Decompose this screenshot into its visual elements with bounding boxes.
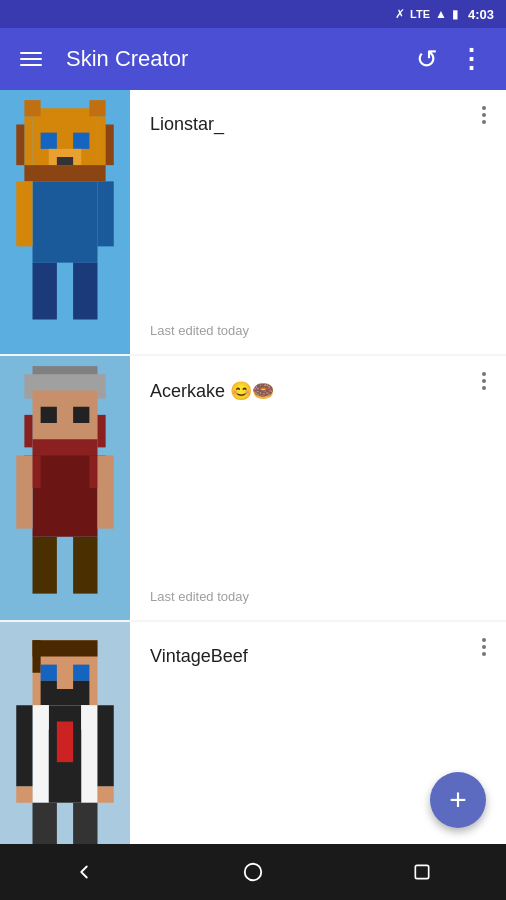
list-item[interactable]: VintageBeef Last edited today: [0, 622, 506, 844]
svg-rect-11: [24, 165, 105, 181]
svg-rect-47: [16, 787, 32, 803]
svg-rect-2: [98, 116, 106, 165]
svg-rect-14: [98, 181, 114, 246]
skin-name: Acerkake 😊🍩: [150, 380, 490, 402]
svg-rect-12: [33, 181, 98, 262]
svg-point-80: [245, 864, 262, 881]
menu-button[interactable]: [16, 48, 46, 70]
svg-rect-3: [41, 133, 57, 149]
skin-more-button[interactable]: [474, 634, 494, 660]
svg-rect-30: [33, 537, 57, 594]
skin-sprite: [0, 356, 130, 620]
skin-thumbnail: [0, 90, 130, 354]
svg-rect-29: [98, 456, 114, 529]
list-item[interactable]: Acerkake 😊🍩 Last edited today: [0, 356, 506, 620]
home-button[interactable]: [228, 852, 278, 892]
svg-rect-1: [24, 116, 32, 165]
svg-rect-81: [415, 865, 428, 878]
navigation-bar: [0, 844, 506, 900]
app-bar: Skin Creator ↺ ⋮: [0, 28, 506, 90]
svg-rect-10: [106, 125, 114, 166]
app-title: Skin Creator: [66, 46, 410, 72]
skin-name: Lionstar_: [150, 114, 490, 135]
signal-icon: ▲: [435, 7, 447, 21]
svg-rect-21: [98, 415, 106, 448]
svg-rect-49: [33, 803, 57, 844]
more-options-button[interactable]: ⋮: [452, 38, 490, 81]
svg-rect-44: [57, 722, 73, 763]
svg-rect-42: [41, 705, 49, 729]
skin-info: Lionstar_ Last edited today: [130, 90, 506, 354]
back-button[interactable]: [59, 852, 109, 892]
svg-rect-45: [16, 705, 32, 786]
lte-icon: LTE: [410, 8, 430, 20]
skin-thumbnail: [0, 622, 130, 844]
skin-edit-date: Last edited today: [150, 589, 490, 604]
svg-rect-24: [73, 407, 89, 423]
svg-rect-46: [98, 705, 114, 786]
svg-rect-16: [73, 263, 97, 320]
add-skin-fab[interactable]: +: [430, 772, 486, 828]
bluetooth-icon: ✗: [395, 7, 405, 21]
svg-rect-43: [81, 705, 89, 729]
skin-more-button[interactable]: [474, 102, 494, 128]
svg-rect-13: [16, 181, 32, 246]
svg-rect-23: [41, 407, 57, 423]
svg-rect-4: [73, 133, 89, 149]
skin-list: Lionstar_ Last edited today: [0, 90, 506, 844]
svg-rect-20: [24, 415, 32, 448]
svg-rect-31: [73, 537, 97, 594]
skin-info: Acerkake 😊🍩 Last edited today: [130, 356, 506, 620]
svg-rect-15: [33, 263, 57, 320]
battery-icon: ▮: [452, 7, 459, 21]
svg-rect-33: [33, 640, 98, 656]
svg-rect-28: [16, 456, 32, 529]
svg-rect-36: [73, 665, 89, 681]
app-bar-actions: ↺ ⋮: [410, 38, 490, 81]
recents-button[interactable]: [397, 852, 447, 892]
status-icons: ✗ LTE ▲ ▮ 4:03: [395, 7, 494, 22]
list-item[interactable]: Lionstar_ Last edited today: [0, 90, 506, 354]
svg-rect-9: [16, 125, 24, 166]
refresh-button[interactable]: ↺: [410, 38, 444, 81]
status-bar: ✗ LTE ▲ ▮ 4:03: [0, 0, 506, 28]
svg-rect-38: [41, 681, 57, 689]
svg-rect-8: [89, 100, 105, 116]
svg-rect-25: [33, 456, 98, 537]
skin-thumbnail: [0, 356, 130, 620]
svg-rect-7: [24, 100, 40, 116]
skin-sprite: [0, 90, 130, 354]
svg-rect-34: [33, 640, 41, 673]
svg-rect-35: [41, 665, 57, 681]
skin-edit-date: Last edited today: [150, 323, 490, 338]
status-time: 4:03: [468, 7, 494, 22]
svg-rect-50: [73, 803, 97, 844]
svg-rect-39: [73, 681, 89, 689]
svg-rect-37: [41, 689, 90, 705]
skin-name: VintageBeef: [150, 646, 490, 667]
svg-rect-48: [98, 787, 114, 803]
skin-sprite: [0, 622, 130, 844]
svg-rect-6: [57, 157, 73, 165]
skin-more-button[interactable]: [474, 368, 494, 394]
